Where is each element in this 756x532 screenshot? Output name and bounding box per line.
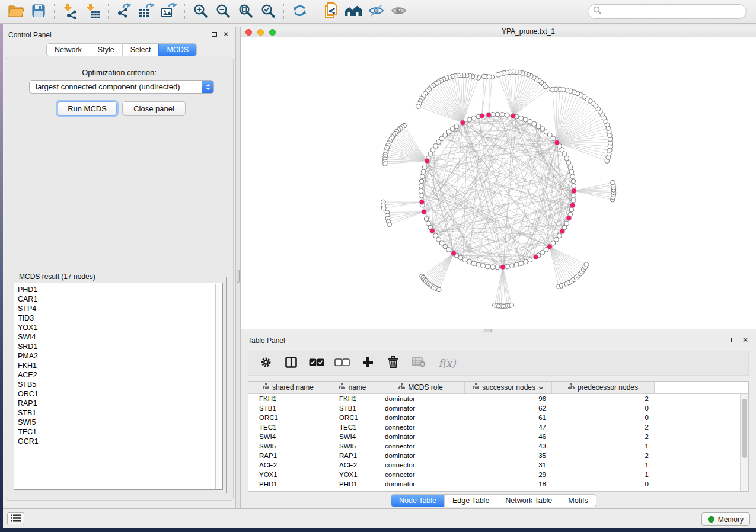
table-settings-button[interactable] bbox=[259, 355, 273, 371]
mcds-result-item[interactable]: RAP1 bbox=[18, 399, 213, 408]
mcds-result-list[interactable]: PHD1CAR1STP4TID3YOX1SWI4SRD1PMA2FKH1ACE2… bbox=[14, 283, 223, 490]
open-file-button[interactable] bbox=[5, 2, 27, 22]
table-row[interactable]: RAP1RAP1dominator352 bbox=[248, 451, 748, 460]
table-row[interactable]: YOX1YOX1connector291 bbox=[248, 470, 748, 479]
refresh-button[interactable] bbox=[288, 2, 311, 22]
mcds-result-item[interactable]: STP4 bbox=[18, 304, 213, 313]
task-history-button[interactable] bbox=[7, 512, 24, 525]
show-columns-button[interactable] bbox=[284, 355, 298, 371]
splitter-grip[interactable] bbox=[237, 270, 240, 283]
network-canvas[interactable] bbox=[241, 37, 756, 329]
run-mcds-button[interactable]: Run MCDS bbox=[58, 101, 117, 116]
cell-name: ORC1 bbox=[328, 413, 377, 422]
tab-mcds[interactable]: MCDS bbox=[158, 44, 196, 56]
search-icon bbox=[593, 6, 602, 17]
optimization-criterion-select[interactable]: largest connected component (undirected) bbox=[29, 80, 214, 94]
create-column-button[interactable] bbox=[361, 355, 375, 371]
toolbar-separator bbox=[315, 4, 315, 20]
mcds-result-item[interactable]: YOX1 bbox=[18, 323, 213, 332]
mcds-result-item[interactable]: PMA2 bbox=[18, 351, 213, 361]
column-header-name[interactable]: name bbox=[328, 382, 377, 393]
deselect-all-button[interactable] bbox=[335, 355, 349, 371]
save-session-button[interactable] bbox=[27, 2, 50, 22]
plus-icon bbox=[362, 357, 374, 370]
home-button[interactable] bbox=[342, 2, 365, 22]
delete-table-button[interactable] bbox=[412, 355, 426, 371]
import-table-button[interactable] bbox=[81, 2, 104, 22]
mcds-result-item[interactable]: GCR1 bbox=[18, 437, 213, 446]
zoom-out-button[interactable] bbox=[212, 2, 234, 22]
table-row[interactable]: FKH1FKH1dominator962 bbox=[248, 394, 748, 403]
tab-node-table[interactable]: Node Table bbox=[391, 495, 444, 507]
export-network-button[interactable] bbox=[113, 2, 135, 22]
cell-mcds_role: dominator bbox=[377, 394, 465, 403]
window-close-button[interactable] bbox=[245, 29, 252, 36]
search-input[interactable] bbox=[605, 6, 746, 18]
delete-column-button[interactable] bbox=[386, 355, 400, 371]
close-table-panel-icon[interactable]: ✕ bbox=[742, 337, 748, 343]
mcds-result-item[interactable]: PHD1 bbox=[18, 285, 213, 294]
zoom-fit-button[interactable] bbox=[234, 2, 257, 22]
cell-shared_name: SWI4 bbox=[248, 432, 328, 441]
window-maximize-button[interactable] bbox=[269, 29, 276, 36]
close-panel-button[interactable]: Close panel bbox=[122, 101, 186, 116]
tab-network-table[interactable]: Network Table bbox=[497, 495, 560, 507]
hide-unselected-button[interactable] bbox=[365, 2, 387, 22]
mcds-result-item[interactable]: ORC1 bbox=[18, 389, 213, 399]
table-row[interactable]: SWI5SWI5connector431 bbox=[248, 441, 748, 451]
close-panel-icon[interactable]: ✕ bbox=[223, 31, 229, 37]
network-graph[interactable] bbox=[241, 37, 756, 329]
tab-edge-table[interactable]: Edge Table bbox=[444, 495, 497, 507]
column-header-shared-name[interactable]: shared name bbox=[248, 382, 328, 393]
horizontal-splitter[interactable] bbox=[484, 329, 492, 332]
table-scrollbar[interactable] bbox=[740, 394, 748, 491]
cell-shared_name: PHD1 bbox=[248, 479, 328, 489]
window-minimize-button[interactable] bbox=[257, 29, 264, 36]
table-row[interactable]: SWI4SWI4dominator462 bbox=[248, 432, 748, 441]
checked-boxes-icon bbox=[309, 358, 324, 368]
mcds-result-item[interactable]: STB5 bbox=[18, 380, 213, 389]
mcds-result-scrollbar[interactable] bbox=[215, 284, 222, 489]
table-row[interactable]: TEC1TEC1connector472 bbox=[248, 422, 748, 432]
mcds-result-item[interactable]: STB1 bbox=[18, 408, 213, 418]
tab-motifs[interactable]: Motifs bbox=[560, 495, 595, 507]
column-header-successor-nodes[interactable]: successor nodes bbox=[465, 382, 552, 393]
function-builder-button[interactable]: f(x) bbox=[437, 355, 457, 371]
table-scrollbar-thumb[interactable] bbox=[742, 399, 747, 458]
zoom-selected-button[interactable] bbox=[257, 2, 279, 22]
export-table-button[interactable] bbox=[135, 2, 158, 22]
memory-button[interactable]: Memory bbox=[701, 512, 750, 526]
mcds-result-item[interactable]: FKH1 bbox=[18, 361, 213, 370]
mcds-result-item[interactable]: TEC1 bbox=[18, 427, 213, 437]
table-row[interactable]: STB1STB1dominator620 bbox=[248, 403, 748, 413]
table-row[interactable]: PHD1PHD1dominator180 bbox=[248, 479, 748, 489]
column-header-MCDS-role[interactable]: MCDS role bbox=[377, 382, 465, 393]
table-panel-title: Table Panel bbox=[248, 336, 285, 345]
column-header-predecessor-nodes[interactable]: predecessor nodes bbox=[552, 382, 655, 393]
show-all-button[interactable] bbox=[387, 2, 410, 22]
memory-label: Memory bbox=[718, 515, 744, 524]
mcds-result-item[interactable]: CAR1 bbox=[18, 294, 213, 304]
tab-style[interactable]: Style bbox=[90, 44, 122, 56]
export-image-button[interactable] bbox=[158, 2, 180, 22]
cell-successor_nodes: 43 bbox=[465, 441, 552, 451]
float-table-panel-icon[interactable] bbox=[731, 338, 736, 342]
table-row[interactable]: ORC1ORC1dominator610 bbox=[248, 413, 748, 422]
mcds-result-item[interactable]: SWI4 bbox=[18, 332, 213, 342]
tab-select[interactable]: Select bbox=[122, 44, 159, 56]
export-network-icon bbox=[116, 3, 132, 21]
table-row[interactable]: ACE2ACE2connector311 bbox=[248, 460, 748, 470]
import-network-button[interactable] bbox=[59, 2, 81, 22]
eye-icon bbox=[391, 4, 407, 20]
clone-network-button[interactable] bbox=[320, 2, 342, 22]
select-all-button[interactable] bbox=[310, 355, 324, 371]
mcds-result-item[interactable]: TID3 bbox=[18, 313, 213, 323]
tab-network[interactable]: Network bbox=[47, 44, 90, 56]
mcds-result-item[interactable]: SWI5 bbox=[18, 418, 213, 427]
zoom-in-button[interactable] bbox=[189, 2, 212, 22]
zoom-out-icon bbox=[216, 4, 231, 20]
float-panel-icon[interactable] bbox=[212, 32, 217, 37]
mcds-result-item[interactable]: SRD1 bbox=[18, 342, 213, 351]
mcds-result-item[interactable]: ACE2 bbox=[18, 370, 213, 380]
vertical-splitter[interactable] bbox=[235, 27, 241, 508]
